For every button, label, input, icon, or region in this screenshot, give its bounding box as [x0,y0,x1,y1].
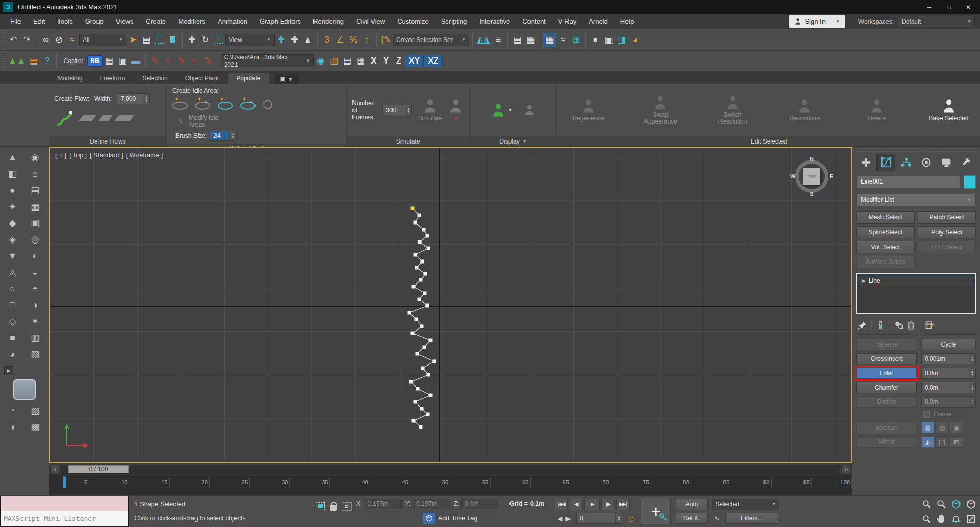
script-macro-icon[interactable]: ✎ [202,54,215,68]
left-tool-icon[interactable]: ▧ [26,347,45,362]
outline-spinner[interactable]: 0.0m ▴▾ [921,396,976,408]
mirror-button[interactable]: Mirror [856,436,917,448]
zoom-icon[interactable] [919,497,933,511]
spinner-snap-toggle-icon[interactable]: ↕ [360,33,374,47]
idle-area-icon[interactable]: ✦ [172,102,188,110]
zoom-region-icon[interactable] [919,512,933,526]
select-and-link-icon[interactable]: ∞ [39,33,52,47]
copitor-label[interactable]: Copitor [60,57,88,65]
toggle-layer-explorer-icon[interactable]: ▦ [524,33,537,47]
menu-item[interactable]: Graph Editors [253,15,307,27]
percent-snap-toggle-icon[interactable]: % [347,33,360,47]
menu-item[interactable]: Views [110,15,140,27]
left-tool-icon[interactable]: ▥ [26,330,45,346]
settings-person-icon[interactable]: ◉ [314,54,327,68]
select-and-manipulate-icon[interactable]: ✚ [288,33,301,47]
listener-macro-row[interactable] [0,496,129,511]
section-edit-selected[interactable]: Edit Selected [557,136,980,146]
material-editor-icon[interactable]: ● [589,33,602,47]
left-tool-icon[interactable]: ▼ [4,248,22,264]
tab-hierarchy[interactable] [896,154,915,171]
populate-trees-icon[interactable]: ▲▲ [7,54,27,68]
reference-coordinate-dropdown[interactable]: View ▼ [225,34,275,46]
use-pivot-point-center-icon[interactable]: ✚ [275,33,288,47]
tab-modify[interactable] [876,154,895,171]
unlink-selection-icon[interactable]: ⊘ [52,33,66,47]
left-tool-icon[interactable]: ◬ [4,265,22,280]
rectangular-selection-region-icon[interactable] [153,33,166,47]
left-tool-icon[interactable]: ⌂ [26,166,45,181]
selection-filter-dropdown[interactable]: All ▼ [79,34,126,46]
left-tool-icon[interactable]: ◉ [26,150,45,165]
tab-modeling[interactable]: Modeling [49,73,91,84]
left-tool-icon[interactable]: ◈ [4,232,22,247]
edit-selected-item[interactable]: Delete [855,98,899,122]
absolute-offset-toggle-icon[interactable]: ⇄ [342,502,352,511]
snap-toggle-3d-icon[interactable]: 3 [320,33,334,47]
pan-hand-icon[interactable] [934,512,948,526]
tool-swatch[interactable] [13,379,36,400]
cancel-simulation-icon[interactable]: ✕ [448,98,464,122]
menu-item[interactable]: V-Ray [552,15,582,27]
minimize-button[interactable]: ─ [920,2,938,12]
align-icon[interactable]: ≡ [492,33,505,47]
left-tool-icon[interactable]: ✦ [4,199,22,214]
chamfer-spinner[interactable]: 0.0m ▴▾ [921,382,976,393]
menu-item[interactable]: Interactive [473,15,516,27]
section-simulate[interactable]: Simulate [347,136,469,146]
left-tool-icon[interactable]: ◆ [4,215,22,231]
track-bar[interactable]: 5101520253035404550556065707580859095100 [49,475,852,495]
left-tool-icon[interactable]: ▣ [26,215,45,231]
left-tool-icon[interactable]: ✶ [26,314,45,329]
tab-selection[interactable]: Selection [134,73,175,84]
idle-area-seated-icon[interactable]: ✦ [218,102,233,110]
rollout-divider[interactable] [856,334,976,335]
make-unique-icon[interactable] [894,320,904,330]
menu-item[interactable]: Civil View [350,15,391,27]
play-button[interactable]: ▶ [584,499,600,510]
schematic-view-icon[interactable]: ⊞ [570,33,583,47]
left-tool-icon[interactable]: ▩ [26,419,45,435]
palette-icon[interactable]: ▦ [354,54,367,68]
ribbon-config-button[interactable]: ▣ ▼ [275,74,298,84]
maximize-button[interactable]: □ [940,2,957,12]
set-key-button[interactable]: + [641,498,671,524]
left-tool-icon[interactable]: ◖ [4,419,22,435]
flow-ramp-icon[interactable] [114,115,134,121]
remove-modifier-icon[interactable] [906,320,916,330]
chamfer-button[interactable]: Chamfer [856,382,917,393]
stack-item-line[interactable]: ▶ Line ⁘ [859,276,973,286]
curve-editor-icon[interactable]: ≈ [556,33,570,47]
maximize-viewport-toggle-icon[interactable] [964,512,978,526]
frames-spinner[interactable]: 300 ▴▾ [382,105,412,115]
rb-script-icon[interactable]: RB [87,55,102,67]
left-tool-icon[interactable]: ■ [4,330,22,346]
edit-selected-item[interactable]: Swap Appearance [638,95,682,125]
script-macro-icon[interactable]: ✎ [175,54,188,68]
fillet-button[interactable]: Fillet [856,368,917,379]
axis-xz-button[interactable]: XZ [424,55,442,67]
mirror-horizontal-icon[interactable]: ◭ [921,436,934,448]
selection-region-icon[interactable] [316,502,325,510]
polygon-area-icon[interactable]: ⬡ [263,99,272,110]
modifier-list-dropdown[interactable]: Modifier List ▼ [856,194,976,206]
left-tool-icon[interactable]: ▤ [26,183,45,198]
menu-item[interactable]: Modifiers [172,15,211,27]
project-path-dropdown[interactable]: C:\Users\Ara...3ds Max 2021 ▼ [221,54,314,67]
toolbar-grip[interactable] [2,52,5,70]
left-tool-icon[interactable]: □ [4,297,22,313]
rendered-frame-window-icon[interactable]: ◨ [615,33,629,47]
modifier-shortcut-button[interactable]: Vol. Select [856,241,915,253]
listener-script-row[interactable]: MAXScript Mini Listener [0,511,129,527]
time-configuration-icon[interactable]: ◷ [625,513,636,524]
mirror-icon[interactable]: ◭◮ [475,33,492,47]
sign-in-button[interactable]: Sign In ▼ [789,15,845,28]
flow-ramp-icon[interactable] [98,115,113,121]
left-tool-icon[interactable]: ◕ [4,347,22,362]
object-name-field[interactable]: Line001 [856,175,961,189]
menu-item[interactable]: Scripting [435,15,474,27]
boolean-subtract-icon[interactable]: ◎ [935,422,949,433]
left-tool-icon[interactable]: ◧ [4,166,22,181]
angle-snap-toggle-icon[interactable]: ∠ [334,33,347,47]
section-define-flows[interactable]: Define Flows [49,136,166,146]
